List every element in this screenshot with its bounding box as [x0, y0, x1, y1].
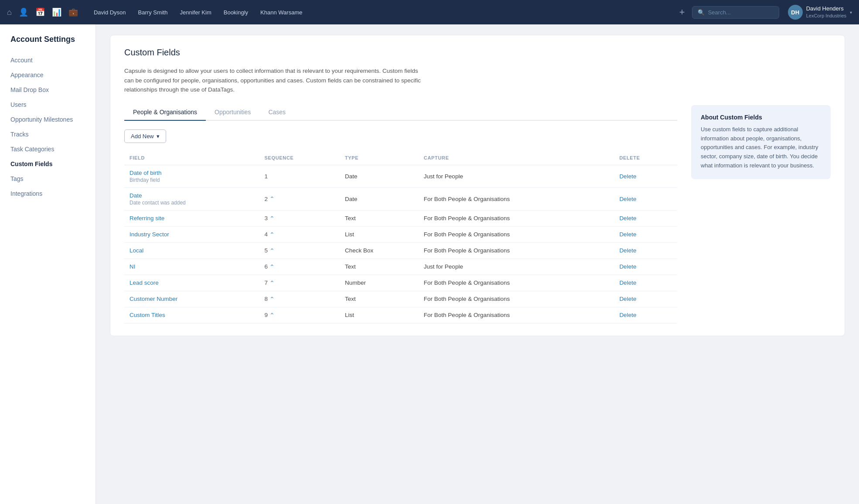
type-cell: Number: [340, 275, 419, 291]
search-bar[interactable]: 🔍: [692, 6, 779, 19]
delete-link[interactable]: Delete: [619, 312, 636, 318]
field-name-link[interactable]: Industry Sector: [130, 231, 169, 238]
delete-cell: Delete: [614, 165, 677, 187]
home-icon[interactable]: ⌂: [7, 8, 12, 17]
sidebar-item-integrations[interactable]: Integrations: [0, 186, 95, 201]
table-row: Local5⌃Check BoxFor Both People & Organi…: [124, 242, 677, 259]
chevron-down-icon: ▾: [850, 10, 852, 15]
sidebar-item-tracks[interactable]: Tracks: [0, 127, 95, 142]
up-arrow-icon[interactable]: ⌃: [269, 263, 275, 270]
tab-cases[interactable]: Cases: [259, 105, 294, 121]
field-cell: NI: [124, 259, 259, 275]
delete-link[interactable]: Delete: [619, 173, 636, 180]
field-subtitle: Birthday field: [130, 177, 254, 183]
add-button[interactable]: +: [676, 5, 689, 20]
contact-tabs: David DysonBarry SmithJennifer KimBookin…: [89, 7, 672, 17]
contact-tab[interactable]: David Dyson: [89, 7, 131, 17]
sidebar-item-custom-fields[interactable]: Custom Fields: [0, 157, 95, 171]
contact-tab[interactable]: Khann Warsame: [255, 7, 307, 17]
capture-cell: Just for People: [419, 259, 614, 275]
field-cell: DateDate contact was added: [124, 187, 259, 210]
col-type: TYPE: [340, 152, 419, 165]
type-cell: List: [340, 307, 419, 323]
type-cell: Date: [340, 165, 419, 187]
sequence-number: 2: [265, 196, 268, 202]
up-arrow-icon[interactable]: ⌃: [269, 279, 275, 286]
sidebar-item-mail-drop-box[interactable]: Mail Drop Box: [0, 82, 95, 97]
field-name-link[interactable]: Lead score: [130, 279, 159, 286]
sidebar-title: Account Settings: [0, 35, 95, 53]
delete-link[interactable]: Delete: [619, 196, 636, 202]
calendar-icon[interactable]: 📅: [35, 7, 45, 17]
up-arrow-icon[interactable]: ⌃: [269, 215, 275, 222]
cases-icon[interactable]: 💼: [68, 7, 78, 17]
delete-cell: Delete: [614, 259, 677, 275]
page-layout: Account Settings AccountAppearanceMail D…: [0, 24, 859, 504]
field-name-link[interactable]: Referring site: [130, 215, 164, 221]
delete-cell: Delete: [614, 275, 677, 291]
contacts-icon[interactable]: 👤: [19, 7, 28, 17]
capture-cell: For Both People & Organisations: [419, 291, 614, 307]
contact-tab[interactable]: Barry Smith: [133, 7, 173, 17]
sequence-number: 5: [265, 247, 268, 254]
delete-link[interactable]: Delete: [619, 215, 636, 221]
analytics-icon[interactable]: 📊: [52, 7, 61, 17]
sidebar-item-users[interactable]: Users: [0, 97, 95, 112]
delete-link[interactable]: Delete: [619, 296, 636, 302]
sequence-cell: 4⌃: [259, 226, 340, 242]
sidebar-item-opportunity-milestones[interactable]: Opportunity Milestones: [0, 112, 95, 127]
field-name-link[interactable]: Custom Titles: [130, 312, 165, 318]
up-arrow-icon[interactable]: ⌃: [269, 296, 275, 303]
up-arrow-icon[interactable]: ⌃: [269, 247, 275, 254]
delete-link[interactable]: Delete: [619, 279, 636, 286]
capture-cell: For Both People & Organisations: [419, 226, 614, 242]
col-field: FIELD: [124, 152, 259, 165]
sequence-number: 6: [265, 263, 268, 270]
top-navigation: ⌂ 👤 📅 📊 💼 David DysonBarry SmithJennifer…: [0, 0, 859, 24]
capture-cell: For Both People & Organisations: [419, 275, 614, 291]
avatar: DH: [788, 5, 803, 20]
up-arrow-icon[interactable]: ⌃: [269, 231, 275, 238]
user-name: David Henders: [806, 5, 846, 13]
sequence-number: 7: [265, 279, 268, 286]
sequence-cell: 8⌃: [259, 291, 340, 307]
field-name-link[interactable]: Date: [130, 192, 142, 199]
sequence-cell: 5⌃: [259, 242, 340, 259]
sequence-number: 8: [265, 296, 268, 302]
capture-cell: Just for People: [419, 165, 614, 187]
delete-cell: Delete: [614, 210, 677, 226]
field-name-link[interactable]: NI: [130, 263, 136, 270]
table-row: DateDate contact was added2⌃DateFor Both…: [124, 187, 677, 210]
sequence-number: 3: [265, 215, 268, 221]
tab-people-orgs[interactable]: People & Organisations: [124, 105, 206, 121]
content-left: People & OrganisationsOpportunitiesCases…: [124, 105, 677, 324]
sequence-number: 9: [265, 312, 268, 318]
capture-cell: For Both People & Organisations: [419, 210, 614, 226]
sidebar-item-tags[interactable]: Tags: [0, 171, 95, 186]
field-name-link[interactable]: Local: [130, 247, 143, 254]
field-name-link[interactable]: Customer Number: [130, 296, 177, 302]
nav-icons: ⌂ 👤 📅 📊 💼: [7, 7, 78, 17]
field-cell: Local: [124, 242, 259, 259]
table-row: Referring site3⌃TextFor Both People & Or…: [124, 210, 677, 226]
contact-tab[interactable]: Bookingly: [218, 7, 253, 17]
sidebar-item-task-categories[interactable]: Task Categories: [0, 142, 95, 157]
info-box-title: About Custom Fields: [701, 114, 821, 121]
sidebar-item-account[interactable]: Account: [0, 53, 95, 68]
field-name-link[interactable]: Date of birth: [130, 170, 162, 176]
contact-tab[interactable]: Jennifer Kim: [174, 7, 216, 17]
table-row: NI6⌃TextJust for PeopleDelete: [124, 259, 677, 275]
up-arrow-icon[interactable]: ⌃: [269, 312, 275, 319]
up-arrow-icon[interactable]: ⌃: [269, 195, 275, 202]
sequence-cell: 7⌃: [259, 275, 340, 291]
delete-cell: Delete: [614, 242, 677, 259]
col-sequence: SEQUENCE: [259, 152, 340, 165]
user-menu[interactable]: DH David Henders LexCorp Industries ▾: [788, 5, 852, 20]
add-new-button[interactable]: Add New ▾: [124, 129, 166, 143]
tab-opportunities[interactable]: Opportunities: [206, 105, 259, 121]
delete-link[interactable]: Delete: [619, 231, 636, 238]
delete-link[interactable]: Delete: [619, 263, 636, 270]
search-input[interactable]: [708, 9, 774, 16]
delete-link[interactable]: Delete: [619, 247, 636, 254]
sidebar-item-appearance[interactable]: Appearance: [0, 68, 95, 82]
